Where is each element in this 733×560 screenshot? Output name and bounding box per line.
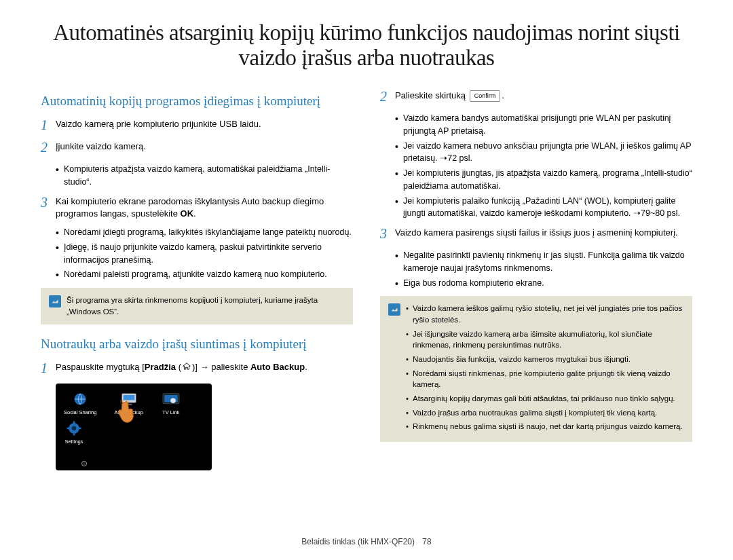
note-item: Jei išjungsite vaizdo kamerą arba išimsi…	[406, 329, 684, 351]
svg-point-8	[72, 426, 77, 430]
device-settings: Settings	[64, 419, 84, 445]
page-title: Automatinės atsarginių kopijų kūrimo fun…	[41, 20, 692, 71]
bullet-item: Negalite pasirinkti pavienių rinkmenų ir…	[395, 249, 692, 275]
page-footer: Belaidis tinklas (tik HMX-QF20) 78	[0, 537, 733, 546]
step-number: 1	[41, 115, 50, 135]
device-label: TV Link	[162, 409, 179, 415]
left-column: Automatinių kopijų programos įdiegimas į…	[41, 90, 353, 470]
note-text: Ši programa yra skirta rinkmenoms kopiju…	[67, 295, 345, 317]
footer-section: Belaidis tinklas (tik HMX-QF20)	[301, 537, 415, 546]
text: .	[193, 208, 196, 219]
step-number: 2	[380, 87, 390, 107]
note-icon	[388, 303, 400, 316]
right-column: 2 Palieskite skirtuką Confirm. Vaizdo ka…	[380, 90, 692, 470]
text: )]	[192, 362, 200, 372]
touch-hand-icon	[115, 400, 138, 427]
bullet-item: Eiga bus rodoma kompiuterio ekrane.	[395, 277, 692, 290]
text: (	[176, 362, 181, 372]
bullet-item: Vaizdo kamera bandys automatiškai prisij…	[395, 112, 692, 138]
bullet-item: Norėdami įdiegti programą, laikykitės iš…	[56, 226, 353, 239]
arrow-icon: →	[200, 361, 209, 374]
send-step-2: 2 Palieskite skirtuką Confirm.	[380, 90, 692, 107]
note-limitations: Vaizdo kamera ieškos galimų ryšio stotel…	[380, 296, 692, 442]
step-text: Įjunkite vaizdo kamerą.	[56, 141, 353, 157]
send-step-3: 3 Vaizdo kamera pasirengs siųsti failus …	[380, 227, 692, 244]
text: .	[305, 362, 307, 372]
bullet-item: Jei kompiuteris įjungtas, jis atpažįsta …	[395, 167, 692, 193]
send-heading: Nuotraukų arba vaizdo įrašų siuntimas į …	[41, 337, 353, 352]
note-item: Vaizdo kamera ieškos galimų ryšio stotel…	[406, 303, 684, 325]
bullet-item: Įdiegę, iš naujo prijunkite vaizdo kamer…	[56, 241, 353, 267]
step-text: Paspauskite mygtuką [Pradžia ()] → palie…	[56, 361, 353, 378]
columns: Automatinių kopijų programos įdiegimas į…	[41, 90, 692, 470]
step-text: Kai kompiuterio ekrane parodomas iškylan…	[56, 195, 353, 221]
install-step-3: 3 Kai kompiuterio ekrane parodomas iškyl…	[41, 195, 353, 221]
svg-point-6	[170, 398, 176, 403]
text: Paspauskite mygtuką [	[56, 362, 145, 372]
note-body: Vaizdo kamera ieškos galimų ryšio stotel…	[406, 303, 684, 435]
bullet-item: Jei vaizdo kamera nebuvo anksčiau prijun…	[395, 140, 692, 166]
text: Palieskite skirtuką	[395, 90, 468, 100]
svg-rect-11	[67, 427, 70, 429]
confirm-chip: Confirm	[470, 90, 501, 102]
tv-icon	[161, 390, 181, 408]
note-icon	[49, 295, 61, 307]
device-social-sharing: Social Sharing	[64, 390, 96, 415]
device-label: Settings	[64, 438, 83, 445]
bullet-item: Norėdami paleisti programą, atjunkite va…	[56, 268, 353, 281]
step-number: 3	[41, 193, 50, 221]
ok-label: OK	[181, 208, 194, 219]
note-item: Norėdami siųsti rinkmenas, prie kompiute…	[406, 368, 684, 390]
text: palieskite	[209, 362, 250, 372]
send-step-3-bullets: Negalite pasirinkti pavienių rinkmenų ir…	[395, 249, 692, 289]
note-item: Naudojantis šia funkcija, vaizdo kameros…	[406, 354, 684, 365]
install-step-1: 1 Vaizdo kamerą prie kompiuterio prijunk…	[41, 118, 353, 135]
globe-icon	[70, 390, 90, 408]
note-item: Atsarginių kopijų darymas gali būti atša…	[406, 393, 684, 405]
install-step-2: 2 Įjunkite vaizdo kamerą.	[41, 141, 353, 157]
send-step-2-bullets: Vaizdo kamera bandys automatiškai prisij…	[395, 112, 692, 220]
step-text: Vaizdo kamerą prie kompiuterio prijunkit…	[56, 118, 353, 135]
device-label: Social Sharing	[64, 409, 96, 415]
svg-rect-9	[73, 421, 75, 424]
device-screenshot: Social Sharing Auto Backup TV Link	[56, 384, 212, 470]
auto-backup-label: Auto Backup	[250, 362, 305, 372]
home-icon	[181, 362, 192, 371]
bullet-item: Jei kompiuteris palaiko funkciją „Pažadi…	[395, 195, 692, 221]
pradzia-label: Pradžia	[145, 362, 176, 372]
step-number: 2	[41, 138, 50, 157]
device-tv-link: TV Link	[161, 390, 181, 415]
page-number: 78	[422, 537, 431, 546]
note-windows-os: Ši programa yra skirta rinkmenoms kopiju…	[41, 288, 353, 324]
gear-icon	[64, 419, 84, 437]
step-number: 1	[41, 358, 50, 378]
svg-rect-10	[73, 432, 75, 435]
step-text: Palieskite skirtuką Confirm.	[395, 90, 692, 107]
note-item: Rinkmenų nebus galima siųsti iš naujo, n…	[406, 421, 684, 432]
install-step-3-bullets: Norėdami įdiegti programą, laikykitės iš…	[56, 226, 353, 281]
svg-rect-12	[79, 427, 81, 429]
bullet-item: Kompiuteris atpažįsta vaizdo kamerą, aut…	[56, 163, 353, 189]
install-heading: Automatinių kopijų programos įdiegimas į…	[41, 94, 353, 109]
step-number: 3	[380, 224, 390, 244]
info-icon: i	[81, 461, 87, 466]
note-item: Vaizdo įrašus arba nuotraukas galima sių…	[406, 407, 684, 419]
send-step-1: 1 Paspauskite mygtuką [Pradžia ()] → pal…	[41, 361, 353, 378]
step-text: Vaizdo kamera pasirengs siųsti failus ir…	[395, 227, 692, 244]
text: .	[502, 90, 504, 100]
install-step-2-bullets: Kompiuteris atpažįsta vaizdo kamerą, aut…	[56, 163, 353, 189]
